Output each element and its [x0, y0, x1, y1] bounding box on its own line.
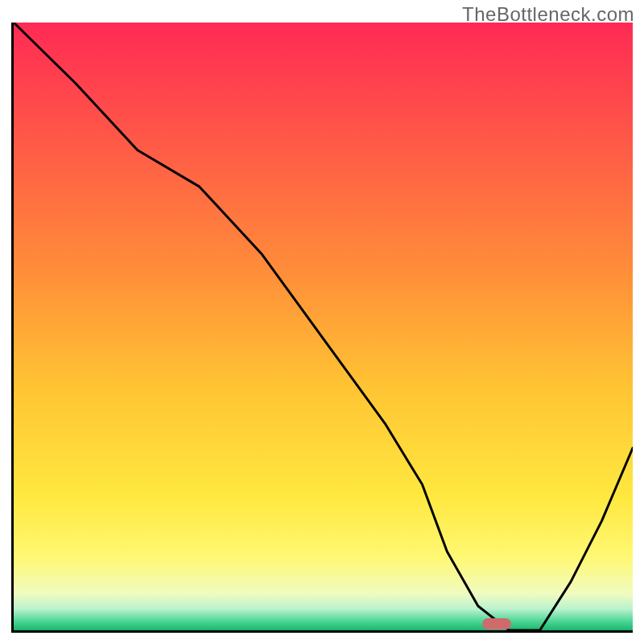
plot-area — [11, 23, 633, 633]
gradient-backdrop — [14, 23, 633, 630]
chart-svg — [14, 23, 633, 630]
optimum-marker — [482, 618, 511, 630]
chart-stage: TheBottleneck.com — [0, 0, 644, 644]
